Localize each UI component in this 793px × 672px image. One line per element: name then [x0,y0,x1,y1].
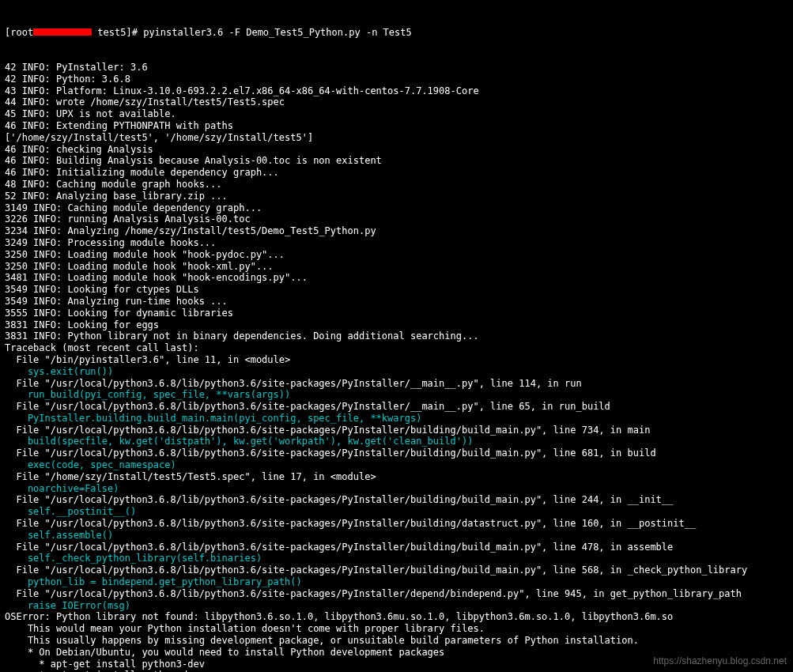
prompt-user: [root [5,27,33,38]
terminal-line: python_lib = bindepend.get_python_librar… [5,576,788,588]
terminal-line: sys.exit(run()) [5,366,788,378]
prompt-line: [root test5]# pyinstaller3.6 -F Demo_Tes… [5,27,788,39]
terminal-line: 3549 INFO: Looking for ctypes DLLs [5,284,788,296]
terminal-line: self._check_python_library(self.binaries… [5,553,788,564]
terminal-line: 3250 INFO: Loading module hook "hook-pyd… [5,249,788,261]
terminal-line: 48 INFO: Caching module graph hooks... [5,179,788,191]
redacted-hostname [33,28,92,36]
terminal-line: This would mean your Python installation… [5,623,788,635]
terminal-line: raise IOError(msg) [5,600,788,612]
terminal-output: 42 INFO: PyInstaller: 3.642 INFO: Python… [5,62,788,672]
terminal-line: self.assemble() [5,530,788,542]
terminal-line: File "/home/szy/Install/test5/Test5.spec… [5,471,788,483]
terminal-line: 42 INFO: PyInstaller: 3.6 [5,62,788,74]
terminal-line: 3250 INFO: Loading module hook "hook-xml… [5,261,788,273]
terminal-line: 46 INFO: Extending PYTHONPATH with paths [5,120,788,132]
terminal-line: build(specfile, kw.get('distpath'), kw.g… [5,436,788,447]
terminal-line: 52 INFO: Analyzing base_library.zip ... [5,191,788,202]
terminal-line: 45 INFO: UPX is not available. [5,108,788,120]
terminal-line: self.__postinit__() [5,506,788,518]
terminal-line: noarchive=False) [5,483,788,495]
terminal-line: This usually happens by missing developm… [5,635,788,647]
terminal-line: 3481 INFO: Loading module hook "hook-enc… [5,272,788,284]
terminal-line: 46 INFO: Building Analysis because Analy… [5,155,788,167]
terminal-line: exec(code, spec_namespace) [5,459,788,471]
terminal-line: File "/bin/pyinstaller3.6", line 11, in … [5,354,788,366]
terminal[interactable]: [root test5]# pyinstaller3.6 -F Demo_Tes… [0,0,793,672]
terminal-line: 3555 INFO: Looking for dynamic libraries [5,308,788,319]
terminal-line: Traceback (most recent call last): [5,342,788,354]
terminal-line: 46 INFO: checking Analysis [5,144,788,156]
terminal-line: File "/usr/local/python3.6.8/lib/python3… [5,588,788,600]
terminal-line: File "/usr/local/python3.6.8/lib/python3… [5,378,788,390]
terminal-line: File "/usr/local/python3.6.8/lib/python3… [5,542,788,553]
terminal-line: 3831 INFO: Python library not in binary … [5,330,788,342]
terminal-line: 3549 INFO: Analyzing run-time hooks ... [5,296,788,308]
terminal-line: 3831 INFO: Looking for eggs [5,319,788,331]
command-text: pyinstaller3.6 -F Demo_Test5_Python.py -… [143,27,412,38]
terminal-line: 3226 INFO: running Analysis Analysis-00.… [5,213,788,225]
terminal-line: File "/usr/local/python3.6.8/lib/python3… [5,401,788,413]
terminal-line: 44 INFO: wrote /home/szy/Install/test5/T… [5,96,788,108]
terminal-line: OSError: Python library not found: libpy… [5,611,788,623]
terminal-line: ['/home/szy/Install/test5', '/home/szy/I… [5,132,788,144]
terminal-line: 43 INFO: Platform: Linux-3.10.0-693.2.2.… [5,85,788,97]
terminal-line: File "/usr/local/python3.6.8/lib/python3… [5,494,788,506]
terminal-line: 46 INFO: Initializing module dependency … [5,167,788,179]
terminal-line: File "/usr/local/python3.6.8/lib/python3… [5,518,788,530]
terminal-line: run_build(pyi_config, spec_file, **vars(… [5,389,788,401]
terminal-line: File "/usr/local/python3.6.8/lib/python3… [5,425,788,436]
prompt-tail: test5]# [92,27,143,38]
terminal-line: PyInstaller.building.build_main.main(pyi… [5,413,788,425]
terminal-line: 3234 INFO: Analyzing /home/szy/Install/t… [5,225,788,237]
terminal-line: 3249 INFO: Processing module hooks... [5,237,788,249]
terminal-line: File "/usr/local/python3.6.8/lib/python3… [5,447,788,459]
terminal-line: 3149 INFO: Caching module dependency gra… [5,202,788,214]
terminal-line: 42 INFO: Python: 3.6.8 [5,74,788,85]
terminal-line: File "/usr/local/python3.6.8/lib/python3… [5,564,788,576]
watermark: https://shazhenyu.blog.csdn.net [653,655,787,667]
